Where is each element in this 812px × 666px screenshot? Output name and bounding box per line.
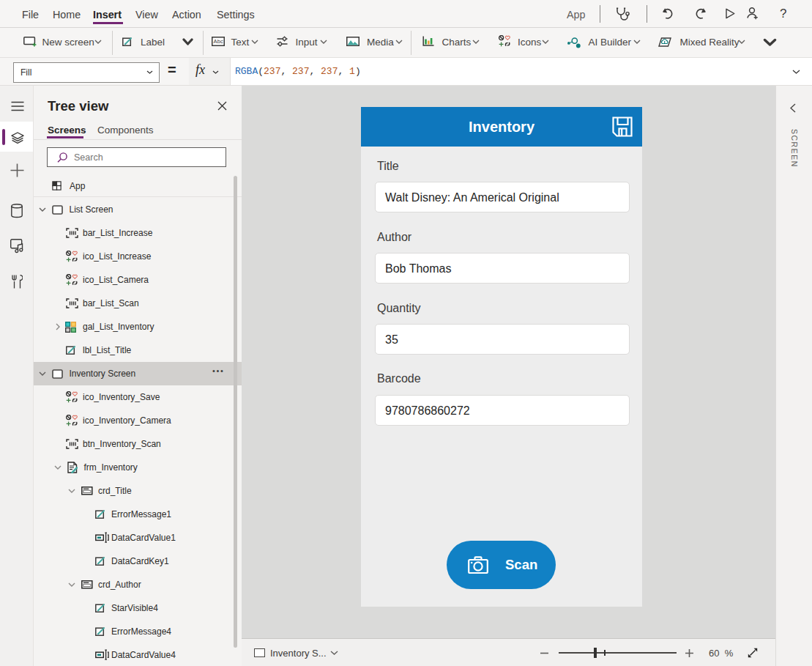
svg-text:Abc: Abc: [214, 38, 223, 45]
